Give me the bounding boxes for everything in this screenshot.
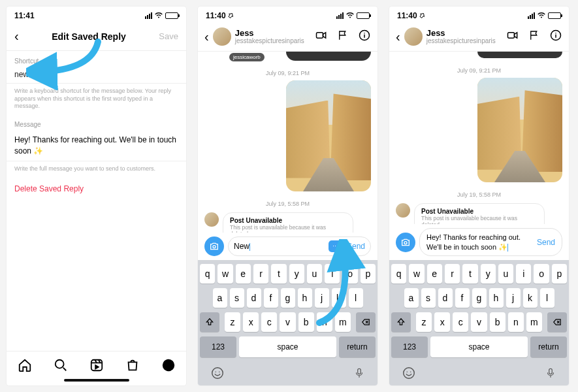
key-h[interactable]: h [298,288,312,308]
key-f[interactable]: f [455,288,470,308]
key-v[interactable]: v [280,312,295,332]
key-q[interactable]: q [200,264,215,284]
emoji-icon[interactable] [210,366,225,383]
key-m[interactable]: m [335,312,351,332]
key-d[interactable]: d [247,288,261,308]
key-d[interactable]: d [438,288,453,308]
key-t[interactable]: t [462,264,477,284]
key-o[interactable]: o [534,264,549,284]
key-u[interactable]: u [307,264,322,284]
numbers-key[interactable]: 123 [391,336,428,357]
key-e[interactable]: e [236,264,251,284]
key-o[interactable]: o [342,264,357,284]
space-key[interactable]: space [430,336,528,357]
key-f[interactable]: f [264,288,278,308]
chat-body[interactable]: July 09, 9:21 PM July 19, 5:58 PM Post U… [389,52,569,224]
key-h[interactable]: h [489,288,504,308]
key-b[interactable]: b [490,312,506,332]
chat-title[interactable]: Jess jesstakespicturesinparis [235,29,304,44]
key-m[interactable]: m [526,312,542,332]
reels-icon[interactable] [89,358,104,372]
camera-icon[interactable] [204,237,224,256]
key-v[interactable]: v [471,312,487,332]
key-a[interactable]: a [213,288,227,308]
flag-icon[interactable] [337,29,349,44]
key-y[interactable]: y [481,264,496,284]
send-button[interactable]: Send [347,242,365,251]
emoji-icon[interactable] [402,366,416,383]
profile-icon[interactable] [161,358,176,372]
chat-title[interactable]: Jess jesstakespicturesinparis [426,29,496,44]
back-icon[interactable]: ‹ [396,29,400,44]
delete-saved-reply-button[interactable]: Delete Saved Reply [7,176,186,201]
key-l[interactable]: l [349,288,363,308]
space-key[interactable]: space [239,336,336,357]
home-icon[interactable] [18,358,32,372]
key-e[interactable]: e [427,264,442,284]
key-b[interactable]: b [298,312,314,332]
key-p[interactable]: p [361,264,376,284]
key-g[interactable]: g [281,288,295,308]
back-icon[interactable]: ‹ [204,29,209,44]
key-k[interactable]: k [332,288,346,308]
shift-key[interactable] [391,312,411,332]
return-key[interactable]: return [530,336,567,357]
key-c[interactable]: c [261,312,277,332]
key-n[interactable]: n [508,312,524,332]
key-r[interactable]: r [445,264,460,284]
key-t[interactable]: t [271,264,286,284]
key-z[interactable]: z [416,312,432,332]
key-n[interactable]: n [317,312,332,332]
key-c[interactable]: c [453,312,468,332]
shop-icon[interactable] [125,358,140,372]
key-s[interactable]: s [421,288,436,308]
key-i[interactable]: i [516,264,531,284]
key-j[interactable]: j [506,288,521,308]
flag-icon[interactable] [528,29,540,44]
sent-photo[interactable] [286,80,371,191]
avatar[interactable] [213,27,231,46]
key-r[interactable]: r [253,264,268,284]
key-z[interactable]: z [225,312,240,332]
key-j[interactable]: j [315,288,329,308]
delete-key[interactable] [547,312,567,332]
key-g[interactable]: g [472,288,487,308]
info-icon[interactable] [549,29,562,44]
key-i[interactable]: i [325,264,340,284]
key-w[interactable]: w [217,264,233,284]
chat-body[interactable]: jessicaworb July 09, 9:21 PM July 19, 5:… [198,52,377,233]
avatar[interactable] [404,27,423,46]
save-button[interactable]: Save [159,31,178,41]
mic-icon[interactable] [353,366,365,383]
camera-icon[interactable] [396,233,415,252]
key-u[interactable]: u [498,264,513,284]
message-input[interactable]: Hey! Thanks for reaching out. We'll be i… [419,228,562,256]
key-s[interactable]: s [230,288,244,308]
key-x[interactable]: x [434,312,450,332]
info-icon[interactable] [358,29,371,44]
back-icon[interactable]: ‹ [14,29,19,44]
sent-photo[interactable] [477,78,562,182]
mic-icon[interactable] [545,366,556,383]
key-p[interactable]: p [552,264,567,284]
numbers-key[interactable]: 123 [200,336,236,357]
message-input[interactable]: New ⋯ Send [228,237,371,256]
search-icon[interactable] [54,358,68,372]
key-x[interactable]: x [243,312,259,332]
key-l[interactable]: l [540,288,554,308]
return-key[interactable]: return [339,336,376,357]
video-call-icon[interactable] [506,29,519,44]
send-button[interactable]: Send [537,238,555,247]
key-k[interactable]: k [523,288,538,308]
shift-key[interactable] [200,312,219,332]
shortcut-input[interactable]: new [7,67,186,84]
video-call-icon[interactable] [315,29,328,44]
message-input[interactable]: Hey! Thanks for reaching out. We'll be i… [7,131,186,161]
key-a[interactable]: a [404,288,419,308]
delete-key[interactable] [356,312,376,332]
quick-reply-icon[interactable]: ⋯ [329,240,343,252]
key-y[interactable]: y [289,264,304,284]
key-w[interactable]: w [409,264,424,284]
clock: 11:40 [206,11,234,20]
key-q[interactable]: q [391,264,406,284]
